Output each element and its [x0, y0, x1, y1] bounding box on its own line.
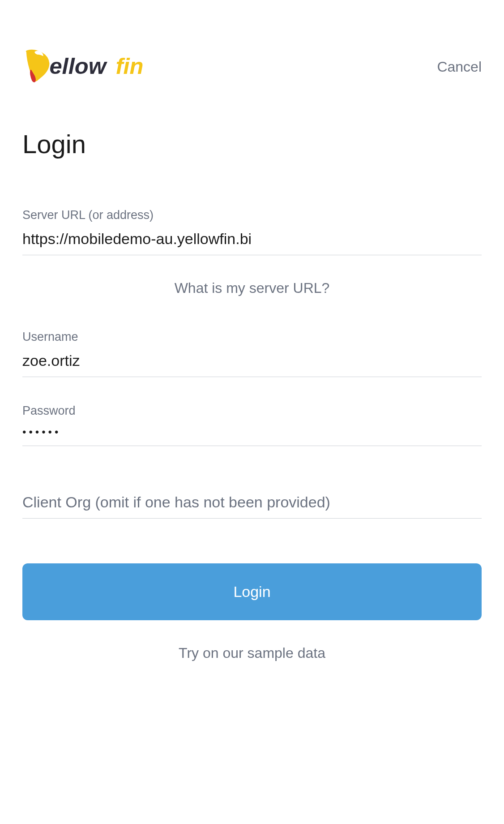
server-url-input[interactable] — [22, 227, 482, 255]
header: ellow fin Cancel — [22, 49, 482, 84]
cancel-button[interactable]: Cancel — [437, 59, 482, 75]
password-field-group: Password — [22, 404, 482, 446]
sample-data-link[interactable]: Try on our sample data — [22, 645, 482, 661]
server-url-label: Server URL (or address) — [22, 208, 482, 222]
server-url-field-group: Server URL (or address) — [22, 208, 482, 255]
server-url-help-link[interactable]: What is my server URL? — [22, 280, 482, 296]
username-label: Username — [22, 330, 482, 344]
password-input[interactable] — [22, 423, 482, 446]
page-title: Login — [22, 129, 482, 159]
yellowfin-logo: ellow fin — [22, 49, 161, 84]
svg-text:fin: fin — [116, 53, 144, 79]
client-org-field-group — [22, 491, 482, 519]
client-org-input[interactable] — [22, 491, 482, 519]
login-button[interactable]: Login — [22, 563, 482, 620]
username-field-group: Username — [22, 330, 482, 377]
password-label: Password — [22, 404, 482, 418]
svg-text:ellow: ellow — [49, 53, 107, 79]
username-input[interactable] — [22, 349, 482, 377]
